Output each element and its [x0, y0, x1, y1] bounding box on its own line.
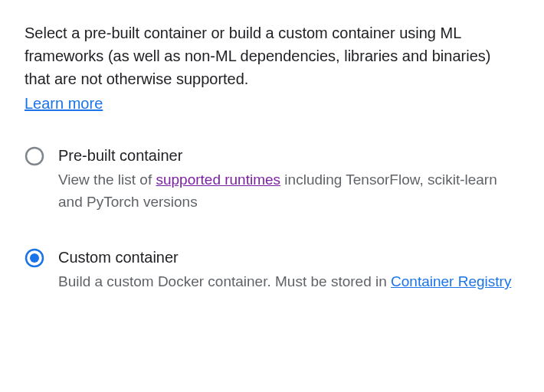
radio-button-custom[interactable]: [25, 248, 44, 268]
radio-option-prebuilt[interactable]: Pre-built container View the list of sup…: [25, 145, 519, 213]
radio-content-prebuilt: Pre-built container View the list of sup…: [58, 145, 519, 213]
intro-text: Select a pre-built container or build a …: [25, 21, 515, 90]
radio-unselected-icon: [25, 146, 44, 166]
radio-description-custom: Build a custom Docker container. Must be…: [58, 271, 519, 293]
description-prefix: Build a custom Docker container. Must be…: [58, 273, 391, 289]
supported-runtimes-link[interactable]: supported runtimes: [156, 172, 280, 188]
container-type-radio-group: Pre-built container View the list of sup…: [25, 145, 519, 293]
container-registry-link[interactable]: Container Registry: [391, 273, 511, 289]
svg-point-2: [30, 253, 39, 263]
radio-button-prebuilt[interactable]: [25, 146, 44, 166]
radio-description-prebuilt: View the list of supported runtimes incl…: [58, 169, 519, 213]
radio-content-custom: Custom container Build a custom Docker c…: [58, 247, 519, 293]
description-prefix: View the list of: [58, 172, 156, 188]
learn-more-link[interactable]: Learn more: [25, 95, 103, 113]
radio-label-custom[interactable]: Custom container: [58, 247, 519, 268]
radio-selected-icon: [25, 248, 44, 268]
radio-option-custom[interactable]: Custom container Build a custom Docker c…: [25, 247, 519, 293]
svg-point-0: [26, 148, 43, 165]
radio-label-prebuilt[interactable]: Pre-built container: [58, 145, 519, 166]
